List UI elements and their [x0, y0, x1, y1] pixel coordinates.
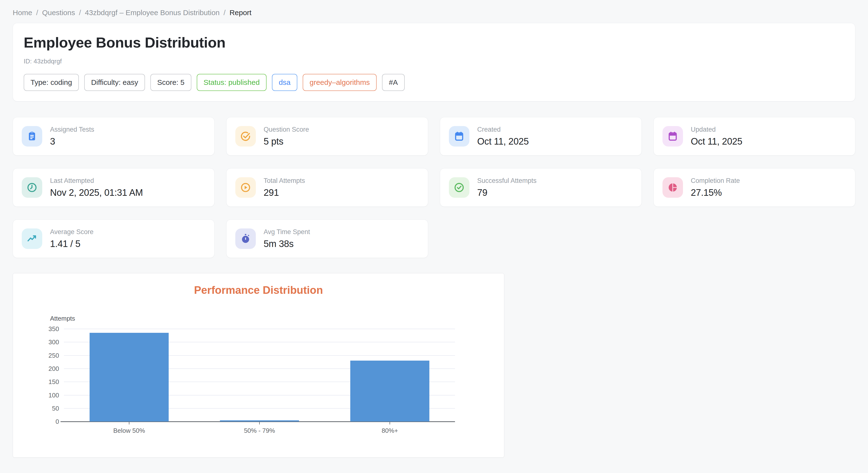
question-id: ID: 43zbdqrgf: [24, 58, 844, 65]
x-tick: [259, 422, 260, 425]
x-tick-label: 50% - 79%: [244, 427, 275, 435]
pie-chart-icon: [667, 182, 678, 193]
calendar-icon: [454, 131, 465, 142]
play-circle-icon: [240, 182, 251, 193]
stat-label: Question Score: [264, 126, 309, 133]
gridline: [64, 329, 455, 329]
breadcrumb: Home/Questions/43zbdqrgf – Employee Bonu…: [13, 8, 855, 17]
stat-text: Average Score1.41 / 5: [50, 228, 93, 249]
performance-chart-card: Performance Distribution Attempts0501001…: [13, 273, 504, 458]
stat-card-total-attempts: Total Attempts291: [226, 168, 428, 207]
tag-status-published: Status: published: [197, 74, 267, 91]
y-tick-label: 350: [23, 325, 59, 333]
stat-card-last-attempted: Last AttemptedNov 2, 2025, 01:31 AM: [13, 168, 215, 207]
stat-value: 79: [477, 188, 536, 198]
stat-card-successful-attempts: Successful Attempts79: [440, 168, 642, 207]
clipboard-icon: [26, 131, 38, 142]
stat-icon-tile: [22, 177, 42, 198]
tag-type-coding: Type: coding: [24, 74, 79, 91]
breadcrumb-separator: /: [36, 8, 38, 17]
chart-bar-50-79: [220, 420, 299, 421]
stat-icon-tile: [662, 177, 683, 198]
stat-value: 27.15%: [691, 188, 740, 198]
chart-title: Performance Distribution: [13, 284, 504, 296]
y-tick-label: 0: [23, 418, 59, 426]
stat-value: 1.41 / 5: [50, 239, 93, 249]
stat-value: 5 pts: [264, 136, 309, 147]
x-tick-label: Below 50%: [113, 427, 145, 435]
stat-text: Last AttemptedNov 2, 2025, 01:31 AM: [50, 177, 143, 198]
stat-text: Successful Attempts79: [477, 177, 536, 198]
stat-card-avg-time-spent: Avg Time Spent5m 38s: [226, 219, 428, 258]
tag-a: #A: [382, 74, 405, 91]
stat-value: Oct 11, 2025: [691, 136, 742, 147]
breadcrumb-separator: /: [79, 8, 81, 17]
stat-value: 3: [50, 136, 94, 147]
clock-icon: [26, 182, 38, 193]
stat-card-updated: UpdatedOct 11, 2025: [653, 117, 855, 156]
stat-icon-tile: [22, 229, 42, 249]
chart-bar-below-50: [90, 333, 168, 421]
check-circle-icon: [454, 182, 465, 193]
calendar-icon: [667, 131, 678, 142]
stat-text: Completion Rate27.15%: [691, 177, 740, 198]
x-tick: [129, 422, 129, 425]
breadcrumb-item-report: Report: [229, 8, 251, 17]
tag-dsa: dsa: [272, 74, 297, 91]
stat-text: CreatedOct 11, 2025: [477, 126, 529, 147]
stat-label: Assigned Tests: [50, 126, 94, 133]
stat-label: Updated: [691, 126, 742, 133]
stat-label: Avg Time Spent: [264, 228, 310, 236]
stat-label: Successful Attempts: [477, 177, 536, 184]
stat-card-question-score: Question Score5 pts: [226, 117, 428, 156]
stat-card-assigned-tests: Assigned Tests3: [13, 117, 215, 156]
x-tick-label: 80%+: [381, 427, 398, 435]
breadcrumb-item-questions[interactable]: Questions: [42, 8, 75, 17]
stat-label: Created: [477, 126, 529, 133]
stat-icon-tile: [235, 126, 256, 146]
stat-card-created: CreatedOct 11, 2025: [440, 117, 642, 156]
breadcrumb-item-43zbdqrgf-employee-bonus-distribution[interactable]: 43zbdqrgf – Employee Bonus Distribution: [85, 8, 220, 17]
stat-text: Question Score5 pts: [264, 126, 309, 147]
tag-score-5: Score: 5: [150, 74, 191, 91]
stat-icon-tile: [235, 229, 256, 249]
tag-list: Type: codingDifficulty: easyScore: 5Stat…: [24, 74, 844, 91]
y-tick-label: 250: [23, 351, 59, 359]
y-tick-label: 150: [23, 378, 59, 386]
stat-label: Average Score: [50, 228, 93, 236]
stat-card-completion-rate: Completion Rate27.15%: [653, 168, 855, 207]
stats-grid: Assigned Tests3Question Score5 ptsCreate…: [13, 117, 855, 258]
y-tick-label: 100: [23, 391, 59, 399]
stat-label: Completion Rate: [691, 177, 740, 184]
page-title: Employee Bonus Distribution: [24, 34, 844, 51]
stat-icon-tile: [449, 177, 469, 198]
stat-value: Oct 11, 2025: [477, 136, 529, 147]
stopwatch-icon: [240, 233, 251, 244]
check-mark-circle-icon: [240, 131, 251, 142]
stat-label: Total Attempts: [264, 177, 305, 184]
breadcrumb-separator: /: [224, 8, 225, 17]
stat-text: Assigned Tests3: [50, 126, 94, 147]
x-tick: [390, 422, 390, 425]
stat-value: 291: [264, 188, 305, 198]
stat-text: UpdatedOct 11, 2025: [691, 126, 742, 147]
y-tick-label: 50: [23, 404, 59, 412]
trending-up-icon: [26, 233, 38, 244]
stat-value: 5m 38s: [264, 239, 310, 249]
question-header-card: Employee Bonus Distribution ID: 43zbdqrg…: [13, 23, 855, 101]
tag-greedy-algorithms: greedy–algorithms: [303, 74, 377, 91]
stat-icon-tile: [22, 126, 42, 146]
stat-text: Total Attempts291: [264, 177, 305, 198]
stat-text: Avg Time Spent5m 38s: [264, 228, 310, 249]
stat-label: Last Attempted: [50, 177, 143, 184]
y-tick-label: 300: [23, 338, 59, 346]
y-axis-label: Attempts: [50, 315, 75, 322]
report-page: Home/Questions/43zbdqrgf – Employee Bonu…: [0, 0, 868, 458]
chart-bar-80: [350, 361, 429, 421]
stat-value: Nov 2, 2025, 01:31 AM: [50, 188, 143, 198]
stat-icon-tile: [662, 126, 683, 146]
tag-difficulty-easy: Difficulty: easy: [84, 74, 145, 91]
stat-card-average-score: Average Score1.41 / 5: [13, 219, 215, 258]
stat-icon-tile: [449, 126, 469, 146]
breadcrumb-item-home[interactable]: Home: [13, 8, 32, 17]
